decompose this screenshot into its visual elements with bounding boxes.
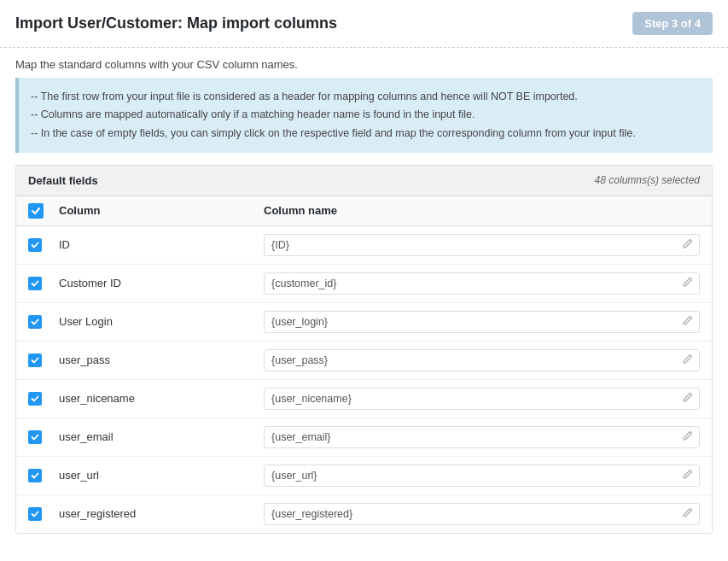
row-checkbox-cell-2 (28, 315, 59, 329)
row-checkbox-4[interactable] (28, 392, 42, 406)
row-column-input-4[interactable] (264, 388, 700, 410)
table-row: user_pass (16, 342, 712, 380)
table-section-header: Default fields 48 columns(s) selected (16, 166, 712, 196)
row-column-label-2: User Login (59, 315, 264, 328)
header-checkbox-cell (28, 203, 59, 219)
step-badge: Step 3 of 4 (632, 12, 713, 35)
table-rows: ID Customer ID (16, 226, 712, 533)
row-column-input-5[interactable] (264, 426, 700, 448)
table-row: Customer ID (16, 265, 712, 303)
column-header-name: Column name (264, 204, 337, 217)
info-line-2: -- Columns are mapped automatically only… (31, 106, 701, 124)
row-checkbox-cell-5 (28, 430, 59, 444)
table-row: user_email (16, 418, 712, 457)
row-column-value-wrapper-4 (264, 388, 700, 410)
row-checkbox-3[interactable] (28, 354, 42, 367)
row-column-input-0[interactable] (264, 234, 700, 256)
subheader-text: Map the standard columns with your CSV c… (15, 58, 713, 71)
page-title: Import User/Customer: Map import columns (15, 15, 337, 32)
row-checkbox-cell-7 (28, 507, 59, 521)
table-section: Default fields 48 columns(s) selected Co… (15, 165, 713, 534)
table-row: user_registered (16, 495, 712, 533)
info-line-1: -- The first row from your input file is… (31, 88, 701, 106)
edit-icon-2[interactable] (682, 315, 693, 329)
column-header-col: Column (59, 204, 264, 217)
row-checkbox-0[interactable] (28, 238, 42, 252)
row-column-label-1: Customer ID (59, 277, 264, 289)
table-row: user_nicename (16, 380, 712, 418)
table-row: user_url (16, 457, 712, 495)
table-row: User Login (16, 303, 712, 342)
section-label: Default fields (28, 174, 98, 187)
row-checkbox-cell-0 (28, 238, 59, 252)
row-checkbox-6[interactable] (28, 469, 42, 482)
row-checkbox-2[interactable] (28, 315, 42, 329)
row-column-input-1[interactable] (264, 272, 700, 295)
row-column-value-wrapper-0 (264, 234, 700, 256)
row-column-input-2[interactable] (264, 311, 700, 333)
row-checkbox-1[interactable] (28, 277, 42, 290)
row-column-label-0: ID (59, 238, 264, 251)
edit-icon-3[interactable] (682, 354, 693, 367)
row-column-input-3[interactable] (264, 349, 700, 371)
row-column-label-5: user_email (59, 430, 264, 443)
row-column-value-wrapper-5 (264, 426, 700, 448)
subheader: Map the standard columns with your CSV c… (0, 48, 728, 78)
row-column-input-6[interactable] (264, 465, 700, 487)
select-all-checkbox[interactable] (28, 203, 44, 219)
row-checkbox-cell-1 (28, 277, 59, 290)
row-checkbox-7[interactable] (28, 507, 42, 521)
columns-selected-count: 48 columns(s) selected (595, 174, 700, 186)
row-column-label-6: user_url (59, 469, 264, 482)
row-column-value-wrapper-7 (264, 503, 700, 525)
row-column-value-wrapper-2 (264, 311, 700, 333)
edit-icon-1[interactable] (682, 277, 693, 290)
row-column-value-wrapper-3 (264, 349, 700, 371)
row-column-value-wrapper-1 (264, 272, 700, 295)
row-column-value-wrapper-6 (264, 465, 700, 487)
edit-icon-5[interactable] (682, 430, 693, 444)
row-checkbox-cell-3 (28, 354, 59, 367)
edit-icon-7[interactable] (682, 507, 693, 521)
page-header: Import User/Customer: Map import columns… (0, 0, 728, 48)
row-column-label-4: user_nicename (59, 392, 264, 405)
row-column-input-7[interactable] (264, 503, 700, 525)
info-line-3: -- In the case of empty fields, you can … (31, 125, 701, 143)
edit-icon-4[interactable] (682, 392, 693, 406)
edit-icon-6[interactable] (682, 469, 693, 482)
table-row: ID (16, 226, 712, 265)
page-wrapper: Import User/Customer: Map import columns… (0, 0, 728, 561)
row-checkbox-cell-6 (28, 469, 59, 482)
edit-icon-0[interactable] (682, 238, 693, 252)
column-header-row: Column Column name (16, 196, 712, 226)
row-column-label-7: user_registered (59, 507, 264, 520)
row-checkbox-5[interactable] (28, 430, 42, 444)
row-checkbox-cell-4 (28, 392, 59, 406)
row-column-label-3: user_pass (59, 354, 264, 366)
info-box: -- The first row from your input file is… (15, 78, 713, 153)
